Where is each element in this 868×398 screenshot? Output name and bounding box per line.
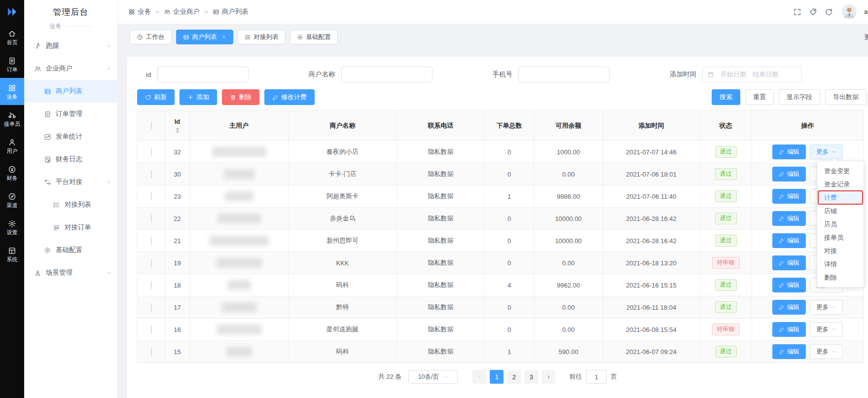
dropdown-item-fund-change[interactable]: 资金变更 xyxy=(817,164,864,178)
select-all-header xyxy=(138,110,165,141)
prev-page-button[interactable] xyxy=(472,370,486,384)
edit-button[interactable]: 编辑 xyxy=(772,211,806,226)
breadcrumb-item-business[interactable]: 业务 xyxy=(128,7,151,16)
sidebar-item-dispatch-stats[interactable]: 发单统计 xyxy=(24,125,117,148)
row-checkbox[interactable] xyxy=(151,326,152,334)
rail-item-orders[interactable]: 订单 xyxy=(0,51,24,78)
merchant-card-icon xyxy=(44,88,51,95)
chevron-right-icon xyxy=(546,374,551,380)
app-logo[interactable] xyxy=(0,0,24,24)
refresh-icon[interactable] xyxy=(825,8,833,16)
export-data-button[interactable]: 导出数据 xyxy=(825,89,867,105)
rail-item-settings[interactable]: 设置 xyxy=(0,214,24,241)
dropdown-item-shop[interactable]: 店铺 xyxy=(817,204,864,217)
sidebar-item-finance-log[interactable]: 财务日志 xyxy=(24,148,117,171)
edit-button[interactable]: 编辑 xyxy=(772,189,806,204)
rail-item-channel[interactable]: 渠道 xyxy=(0,186,24,214)
rail-item-home[interactable]: 首页 xyxy=(0,24,24,51)
breadcrumb-item-enterprise-merchant[interactable]: 企业商户 xyxy=(164,7,200,16)
edit-button[interactable]: 编辑 xyxy=(772,233,806,248)
cell-phone: 隐私数据 xyxy=(397,319,485,341)
dropdown-item-fund-record[interactable]: 资金记录 xyxy=(817,178,864,191)
sidebar-item-scene-manage[interactable]: 场景管理 xyxy=(24,261,117,284)
id-value: 30 xyxy=(174,171,181,178)
phone-input[interactable] xyxy=(518,67,610,82)
more-button[interactable]: 更多 xyxy=(810,145,843,159)
refresh-button[interactable]: 刷新 xyxy=(137,89,175,105)
id-value: 22 xyxy=(174,215,181,222)
edit-button[interactable]: 编辑 xyxy=(772,344,806,359)
page-button-1[interactable]: 1 xyxy=(490,370,504,384)
display-fields-button[interactable]: 显示字段 xyxy=(779,89,820,105)
dropdown-item-link[interactable]: 对接 xyxy=(817,244,864,257)
page-size-select[interactable]: 10条/页 xyxy=(408,370,458,384)
edit-button[interactable]: 编辑 xyxy=(772,145,806,159)
delete-button[interactable]: 删除 xyxy=(222,89,259,105)
breadcrumb-item-merchant-list[interactable]: 商户列表 xyxy=(213,7,249,16)
row-checkbox[interactable] xyxy=(151,170,152,179)
tab-base-config[interactable]: 基础配置 xyxy=(290,30,338,44)
row-checkbox[interactable] xyxy=(151,303,152,312)
rail-item-finance[interactable]: 财务 xyxy=(0,159,24,186)
dropdown-item-detail[interactable]: 详情 xyxy=(817,257,864,271)
cell-main-user xyxy=(190,274,289,296)
row-checkbox[interactable] xyxy=(151,237,152,245)
row-checkbox[interactable] xyxy=(151,215,152,223)
row-select-cell xyxy=(138,163,165,185)
more-button[interactable]: 更多 xyxy=(810,344,843,359)
tag-icon[interactable] xyxy=(809,8,817,16)
rail-item-courier[interactable]: 接单员 xyxy=(0,105,24,132)
sidebar-item-base-config[interactable]: 基础配置 xyxy=(24,239,117,261)
row-checkbox[interactable] xyxy=(151,348,152,356)
more-button[interactable]: 更多 xyxy=(810,322,843,337)
tab-merchant-list[interactable]: 商户列表 xyxy=(176,30,233,44)
close-icon[interactable] xyxy=(221,35,226,39)
row-checkbox[interactable] xyxy=(151,259,152,267)
sort-control[interactable] xyxy=(176,127,180,133)
fullscreen-icon[interactable] xyxy=(793,8,801,16)
cell-main-user xyxy=(190,141,289,163)
date-range-picker[interactable]: 开始日期结束日期 xyxy=(702,67,802,82)
more-button[interactable]: 更多 xyxy=(810,300,843,315)
dropdown-item-billing[interactable]: 计费 xyxy=(817,191,864,204)
avatar[interactable] xyxy=(842,4,857,19)
edit-button[interactable]: 编辑 xyxy=(772,300,806,315)
sidebar-item-platform-link[interactable]: 平台对接 xyxy=(24,171,117,193)
dropdown-item-delete[interactable]: 删除 xyxy=(817,271,864,284)
edit-button[interactable]: 编辑 xyxy=(772,278,806,292)
tab-link-list[interactable]: 对接列表 xyxy=(238,30,286,44)
page-button-3[interactable]: 3 xyxy=(524,370,538,384)
tab-workbench[interactable]: 工作台 xyxy=(130,30,172,44)
sidebar-item-order-manage[interactable]: 订单管理 xyxy=(24,103,117,125)
button-label: 搜索 xyxy=(720,93,732,102)
edit-button[interactable]: 编辑 xyxy=(772,167,806,181)
row-checkbox[interactable] xyxy=(151,192,152,201)
modify-billing-button[interactable]: 修改计费 xyxy=(264,89,315,105)
next-page-button[interactable] xyxy=(542,370,555,384)
sidebar-item-errand[interactable]: 跑腿 xyxy=(24,35,117,57)
merchant-name-input[interactable] xyxy=(341,67,433,82)
dropdown-item-clerk[interactable]: 店员 xyxy=(817,217,864,231)
row-checkbox[interactable] xyxy=(151,148,152,156)
edit-button[interactable]: 编辑 xyxy=(772,255,806,270)
tabs-overflow-label[interactable]: 更多 xyxy=(864,33,868,41)
page-button-2[interactable]: 2 xyxy=(507,370,521,384)
rail-item-system[interactable]: 系统 xyxy=(0,241,24,268)
reset-button[interactable]: 重置 xyxy=(745,89,774,105)
cell-balance: 1000.00 xyxy=(534,141,603,163)
dropdown-item-courier[interactable]: 接单员 xyxy=(817,231,864,244)
id-input[interactable] xyxy=(157,67,249,82)
rail-item-business[interactable]: 业务 xyxy=(0,78,24,105)
sidebar-item-enterprise-merchant[interactable]: 企业商户 xyxy=(24,57,117,80)
search-button[interactable]: 搜索 xyxy=(712,89,740,105)
goto-page-input[interactable] xyxy=(586,370,607,384)
row-checkbox[interactable] xyxy=(151,281,152,289)
rail-item-users[interactable]: 用户 xyxy=(0,132,24,159)
sidebar-item-merchant-list[interactable]: 商户列表 xyxy=(24,80,117,103)
sidebar-item-link-list[interactable]: 对接列表 xyxy=(24,193,117,216)
add-button[interactable]: 添加 xyxy=(180,89,217,105)
edit-button[interactable]: 编辑 xyxy=(772,322,806,337)
sidebar-item-link-orders[interactable]: 对接订单 xyxy=(24,216,117,239)
cell-status: 通过 xyxy=(700,230,752,252)
select-all-checkbox[interactable] xyxy=(151,121,152,130)
